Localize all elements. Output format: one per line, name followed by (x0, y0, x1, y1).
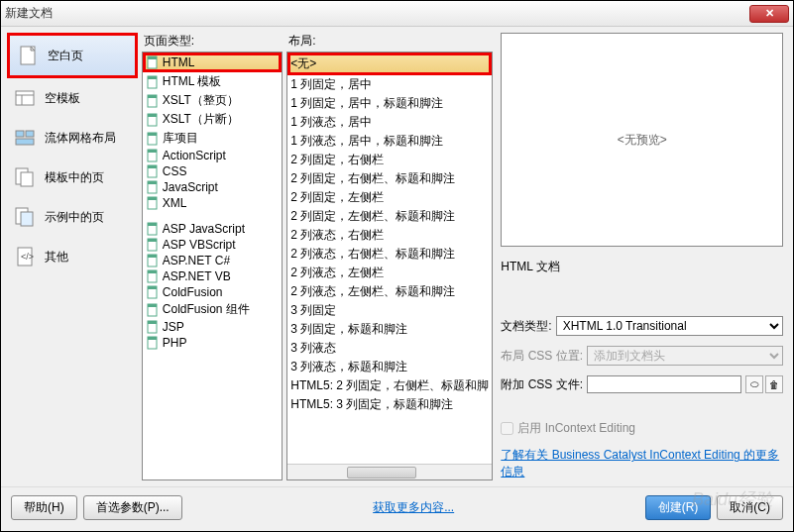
incontext-row: 启用 InContext Editing (501, 420, 783, 437)
page-type-item[interactable]: ColdFusion (143, 284, 282, 300)
layout-item[interactable]: 2 列液态，左侧栏 (287, 264, 492, 282)
page-type-item[interactable]: ColdFusion 组件 (143, 300, 282, 319)
svg-rect-10 (21, 212, 33, 226)
incontext-label: 启用 InContext Editing (517, 420, 635, 437)
css-pos-label: 布局 CSS 位置: (501, 348, 583, 365)
category-blank-page[interactable]: 空白页 (7, 33, 138, 78)
svg-rect-4 (16, 131, 24, 137)
page-type-column: 页面类型: HTMLHTML 模板XSLT（整页）XSLT（片断）库项目Acti… (142, 33, 283, 480)
page-type-item[interactable]: 库项目 (143, 129, 282, 148)
create-button[interactable]: 创建(R) (645, 495, 712, 520)
incontext-link[interactable]: 了解有关 Business Catalyst InContext Editing… (501, 447, 783, 480)
remove-css-button[interactable]: 🗑 (765, 375, 783, 393)
attach-css-label: 附加 CSS 文件: (501, 376, 583, 393)
svg-rect-36 (148, 255, 157, 258)
svg-rect-40 (148, 286, 157, 289)
layout-column: 布局: <无>1 列固定，居中1 列固定，居中，标题和脚注1 列液态，居中1 列… (286, 33, 493, 480)
titlebar: 新建文档 ✕ (1, 1, 793, 27)
category-label: 空模板 (45, 90, 80, 107)
cancel-button[interactable]: 取消(C) (717, 495, 783, 520)
template-icon (13, 86, 37, 110)
link-css-button[interactable]: ⬭ (745, 375, 763, 393)
template-page-icon (13, 165, 37, 189)
doctype-select[interactable]: XHTML 1.0 Transitional (556, 316, 783, 336)
category-fluid-grid[interactable]: 流体网格布局 (7, 118, 138, 158)
page-type-item[interactable]: JavaScript (143, 179, 282, 195)
category-label: 空白页 (48, 48, 83, 64)
page-type-item[interactable]: ASP JavaScript (143, 221, 282, 237)
close-button[interactable]: ✕ (749, 5, 789, 23)
layout-item[interactable]: 3 列液态 (287, 339, 492, 358)
layout-item[interactable]: 2 列固定，左侧栏、标题和脚注 (287, 207, 492, 226)
layout-item[interactable]: 1 列液态，居中 (287, 113, 492, 132)
page-type-item[interactable]: ActionScript (143, 148, 282, 163)
page-type-item[interactable]: XML (143, 195, 282, 211)
attach-css-input[interactable] (587, 375, 741, 393)
layout-item[interactable]: 3 列液态，标题和脚注 (287, 358, 492, 376)
svg-text:</>: </> (21, 252, 34, 262)
category-label: 其他 (45, 249, 68, 266)
svg-rect-26 (148, 165, 157, 168)
page-type-item[interactable]: PHP (143, 335, 282, 351)
svg-rect-1 (16, 91, 34, 105)
layout-item[interactable]: HTML5: 2 列固定，右侧栏、标题和脚 (287, 376, 492, 395)
page-type-item[interactable]: XSLT（整页） (143, 91, 282, 110)
svg-rect-24 (148, 150, 157, 153)
category-blank-template[interactable]: 空模板 (7, 78, 138, 118)
dialog-title: 新建文档 (5, 5, 53, 22)
attach-css-row: 附加 CSS 文件: ⬭ 🗑 (501, 375, 783, 393)
help-button[interactable]: 帮助(H) (11, 495, 77, 520)
preview-box: <无预览> (501, 33, 783, 247)
category-label: 流体网格布局 (45, 130, 116, 147)
layout-item[interactable]: 3 列固定 (287, 301, 492, 320)
layout-item[interactable]: 2 列液态，左侧栏、标题和脚注 (287, 282, 492, 301)
layout-item[interactable]: 1 列固定，居中，标题和脚注 (287, 94, 492, 113)
svg-rect-32 (148, 223, 157, 226)
layout-item[interactable]: 1 列液态，居中，标题和脚注 (287, 132, 492, 151)
code-icon: </> (13, 245, 37, 268)
layout-item[interactable]: HTML5: 3 列固定，标题和脚注 (287, 395, 492, 414)
svg-rect-14 (148, 56, 157, 59)
page-type-item[interactable]: ASP VBScript (143, 237, 282, 253)
page-type-item[interactable]: ASP.NET VB (143, 268, 282, 284)
layout-list[interactable]: <无>1 列固定，居中1 列固定，居中，标题和脚注1 列液态，居中1 列液态，居… (286, 52, 493, 480)
page-type-item[interactable]: HTML 模板 (143, 72, 282, 91)
layout-item[interactable]: <无> (287, 53, 492, 75)
footer: 帮助(H) 首选参数(P)... 获取更多内容... 创建(R) 取消(C) (1, 486, 793, 528)
layout-item[interactable]: 2 列固定，左侧栏 (287, 188, 492, 207)
grid-icon (13, 126, 37, 150)
preview-desc: HTML 文档 (501, 259, 783, 275)
horizontal-scrollbar[interactable] (287, 464, 492, 479)
svg-rect-8 (21, 172, 33, 186)
page-type-list[interactable]: HTMLHTML 模板XSLT（整页）XSLT（片断）库项目ActionScri… (142, 52, 283, 480)
layout-item[interactable]: 3 列固定，标题和脚注 (287, 320, 492, 339)
category-label: 模板中的页 (45, 169, 104, 186)
category-other[interactable]: </> 其他 (7, 237, 138, 276)
svg-rect-44 (148, 321, 157, 324)
layout-item[interactable]: 2 列固定，右侧栏 (287, 151, 492, 169)
page-type-header: 页面类型: (142, 33, 283, 50)
layout-item[interactable]: 1 列固定，居中 (287, 75, 492, 94)
doctype-row: 文档类型: XHTML 1.0 Transitional (501, 316, 783, 336)
css-pos-select: 添加到文档头 (587, 346, 783, 366)
prefs-button[interactable]: 首选参数(P)... (83, 495, 182, 520)
css-pos-row: 布局 CSS 位置: 添加到文档头 (501, 346, 783, 366)
layout-item[interactable]: 2 列固定，右侧栏、标题和脚注 (287, 169, 492, 188)
page-type-item[interactable]: ASP.NET C# (143, 253, 282, 268)
svg-rect-30 (148, 197, 157, 200)
page-type-item[interactable]: HTML (143, 53, 282, 72)
layout-item[interactable]: 2 列液态，右侧栏、标题和脚注 (287, 245, 492, 264)
category-template-page[interactable]: 模板中的页 (7, 158, 138, 197)
page-type-item[interactable]: XSLT（片断） (143, 110, 282, 129)
svg-rect-18 (148, 95, 157, 98)
page-type-item[interactable]: CSS (143, 163, 282, 179)
category-sample-page[interactable]: 示例中的页 (7, 197, 138, 237)
page-type-item[interactable]: JSP (143, 319, 282, 335)
new-document-dialog: 新建文档 ✕ 空白页 空模板 流体网格布局 模板中的页 示例中的页 (0, 0, 794, 532)
svg-rect-22 (148, 133, 157, 136)
layout-item[interactable]: 2 列液态，右侧栏 (287, 226, 492, 245)
incontext-checkbox (501, 422, 513, 435)
category-list: 空白页 空模板 流体网格布局 模板中的页 示例中的页 </> 其他 (7, 33, 138, 480)
preview-text: <无预览> (618, 132, 667, 149)
more-content-link[interactable]: 获取更多内容... (373, 499, 454, 516)
